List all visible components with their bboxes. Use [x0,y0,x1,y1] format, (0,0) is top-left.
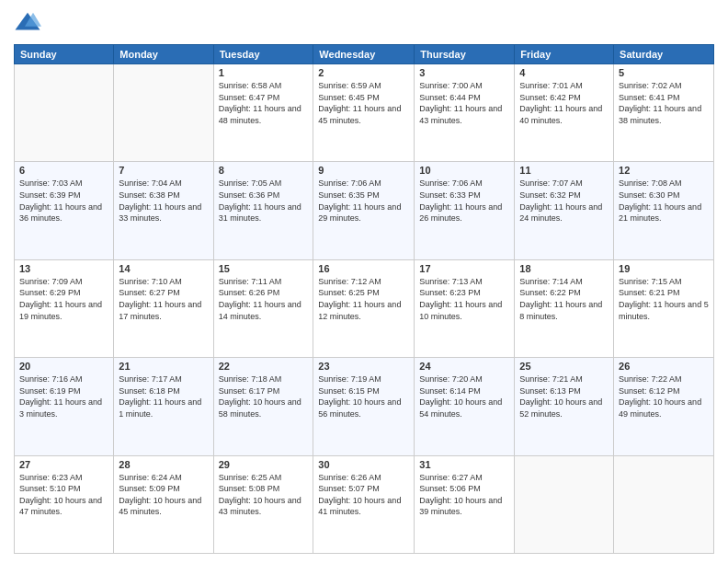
day-number: 7 [119,165,208,176]
day-info: Sunrise: 7:00 AMSunset: 6:44 PMDaylight:… [419,80,509,126]
calendar-day-15: 15Sunrise: 7:11 AMSunset: 6:26 PMDayligh… [213,259,313,357]
day-info: Sunrise: 7:05 AMSunset: 6:36 PMDaylight:… [219,178,309,224]
calendar-day-8: 8Sunrise: 7:05 AMSunset: 6:36 PMDaylight… [213,162,313,259]
day-header-wednesday: Wednesday [313,45,415,64]
day-info: Sunrise: 7:17 AMSunset: 6:18 PMDaylight:… [119,373,208,419]
day-info: Sunrise: 6:26 AMSunset: 5:07 PMDaylight:… [318,472,409,518]
calendar-table: SundayMondayTuesdayWednesdayThursdayFrid… [14,44,714,554]
day-number: 4 [519,67,609,78]
day-info: Sunrise: 7:12 AMSunset: 6:25 PMDaylight:… [318,276,409,322]
day-info: Sunrise: 7:16 AMSunset: 6:19 PMDaylight:… [19,373,108,419]
day-info: Sunrise: 7:09 AMSunset: 6:29 PMDaylight:… [19,276,108,322]
calendar-day-9: 9Sunrise: 7:06 AMSunset: 6:35 PMDaylight… [313,162,415,259]
day-info: Sunrise: 7:02 AMSunset: 6:41 PMDaylight:… [619,80,709,126]
day-header-monday: Monday [114,45,213,64]
day-info: Sunrise: 7:04 AMSunset: 6:38 PMDaylight:… [119,178,208,224]
calendar-day-4: 4Sunrise: 7:01 AMSunset: 6:42 PMDaylight… [515,64,614,162]
calendar-day-27: 27Sunrise: 6:23 AMSunset: 5:10 PMDayligh… [15,455,114,553]
day-number: 27 [19,459,108,470]
calendar-week-4: 20Sunrise: 7:16 AMSunset: 6:19 PMDayligh… [15,358,714,455]
calendar-day-21: 21Sunrise: 7:17 AMSunset: 6:18 PMDayligh… [114,358,213,455]
calendar-day-12: 12Sunrise: 7:08 AMSunset: 6:30 PMDayligh… [614,162,714,259]
calendar-empty-cell [114,64,213,162]
day-number: 23 [318,361,409,372]
day-number: 26 [619,361,709,372]
calendar-day-16: 16Sunrise: 7:12 AMSunset: 6:25 PMDayligh… [313,259,415,357]
day-number: 30 [318,459,409,470]
logo [14,9,45,37]
day-info: Sunrise: 7:21 AMSunset: 6:13 PMDaylight:… [519,373,609,419]
day-number: 16 [318,263,409,274]
calendar-day-7: 7Sunrise: 7:04 AMSunset: 6:38 PMDaylight… [114,162,213,259]
calendar-empty-cell [614,455,714,553]
calendar-day-31: 31Sunrise: 6:27 AMSunset: 5:06 PMDayligh… [415,455,515,553]
day-header-sunday: Sunday [15,45,114,64]
calendar-week-1: 1Sunrise: 6:58 AMSunset: 6:47 PMDaylight… [15,64,714,162]
day-number: 17 [419,263,509,274]
day-number: 31 [419,459,509,470]
calendar-day-13: 13Sunrise: 7:09 AMSunset: 6:29 PMDayligh… [15,259,114,357]
day-number: 5 [619,67,709,78]
day-number: 9 [318,165,409,176]
day-info: Sunrise: 7:11 AMSunset: 6:26 PMDaylight:… [219,276,309,322]
calendar-week-5: 27Sunrise: 6:23 AMSunset: 5:10 PMDayligh… [15,455,714,553]
calendar-empty-cell [15,64,114,162]
calendar-day-28: 28Sunrise: 6:24 AMSunset: 5:09 PMDayligh… [114,455,213,553]
day-header-tuesday: Tuesday [213,45,313,64]
day-header-saturday: Saturday [614,45,714,64]
day-number: 15 [219,263,309,274]
day-info: Sunrise: 7:06 AMSunset: 6:33 PMDaylight:… [419,178,509,224]
day-number: 19 [619,263,709,274]
day-info: Sunrise: 7:03 AMSunset: 6:39 PMDaylight:… [19,178,108,224]
calendar-day-17: 17Sunrise: 7:13 AMSunset: 6:23 PMDayligh… [415,259,515,357]
calendar-day-14: 14Sunrise: 7:10 AMSunset: 6:27 PMDayligh… [114,259,213,357]
day-number: 13 [19,263,108,274]
day-info: Sunrise: 7:15 AMSunset: 6:21 PMDaylight:… [619,276,709,322]
day-info: Sunrise: 7:19 AMSunset: 6:15 PMDaylight:… [318,373,409,419]
day-number: 6 [19,165,108,176]
day-number: 25 [519,361,609,372]
day-number: 29 [219,459,309,470]
day-info: Sunrise: 6:23 AMSunset: 5:10 PMDaylight:… [19,472,108,518]
day-info: Sunrise: 7:07 AMSunset: 6:32 PMDaylight:… [519,178,609,224]
day-number: 20 [19,361,108,372]
day-number: 8 [219,165,309,176]
calendar-day-18: 18Sunrise: 7:14 AMSunset: 6:22 PMDayligh… [515,259,614,357]
day-info: Sunrise: 7:18 AMSunset: 6:17 PMDaylight:… [219,373,309,419]
day-header-thursday: Thursday [415,45,515,64]
day-info: Sunrise: 6:25 AMSunset: 5:08 PMDaylight:… [219,472,309,518]
day-info: Sunrise: 7:13 AMSunset: 6:23 PMDaylight:… [419,276,509,322]
day-number: 22 [219,361,309,372]
page: SundayMondayTuesdayWednesdayThursdayFrid… [0,0,728,563]
calendar-day-30: 30Sunrise: 6:26 AMSunset: 5:07 PMDayligh… [313,455,415,553]
day-number: 11 [519,165,609,176]
calendar-body: 1Sunrise: 6:58 AMSunset: 6:47 PMDaylight… [15,64,714,554]
calendar-day-29: 29Sunrise: 6:25 AMSunset: 5:08 PMDayligh… [213,455,313,553]
calendar-day-23: 23Sunrise: 7:19 AMSunset: 6:15 PMDayligh… [313,358,415,455]
calendar-day-10: 10Sunrise: 7:06 AMSunset: 6:33 PMDayligh… [415,162,515,259]
calendar-empty-cell [515,455,614,553]
calendar-day-22: 22Sunrise: 7:18 AMSunset: 6:17 PMDayligh… [213,358,313,455]
calendar-day-2: 2Sunrise: 6:59 AMSunset: 6:45 PMDaylight… [313,64,415,162]
day-number: 10 [419,165,509,176]
day-number: 12 [619,165,709,176]
day-number: 14 [119,263,208,274]
day-info: Sunrise: 7:10 AMSunset: 6:27 PMDaylight:… [119,276,208,322]
day-info: Sunrise: 6:24 AMSunset: 5:09 PMDaylight:… [119,472,208,518]
calendar-header-row: SundayMondayTuesdayWednesdayThursdayFrid… [15,45,714,64]
day-info: Sunrise: 6:59 AMSunset: 6:45 PMDaylight:… [318,80,409,126]
day-number: 3 [419,67,509,78]
calendar-day-19: 19Sunrise: 7:15 AMSunset: 6:21 PMDayligh… [614,259,714,357]
calendar-day-11: 11Sunrise: 7:07 AMSunset: 6:32 PMDayligh… [515,162,614,259]
header [14,9,714,37]
calendar-day-24: 24Sunrise: 7:20 AMSunset: 6:14 PMDayligh… [415,358,515,455]
day-info: Sunrise: 7:08 AMSunset: 6:30 PMDaylight:… [619,178,709,224]
calendar-day-20: 20Sunrise: 7:16 AMSunset: 6:19 PMDayligh… [15,358,114,455]
calendar-day-5: 5Sunrise: 7:02 AMSunset: 6:41 PMDaylight… [614,64,714,162]
day-number: 21 [119,361,208,372]
day-info: Sunrise: 7:22 AMSunset: 6:12 PMDaylight:… [619,373,709,419]
day-number: 24 [419,361,509,372]
calendar-day-1: 1Sunrise: 6:58 AMSunset: 6:47 PMDaylight… [213,64,313,162]
day-number: 28 [119,459,208,470]
calendar-week-2: 6Sunrise: 7:03 AMSunset: 6:39 PMDaylight… [15,162,714,259]
